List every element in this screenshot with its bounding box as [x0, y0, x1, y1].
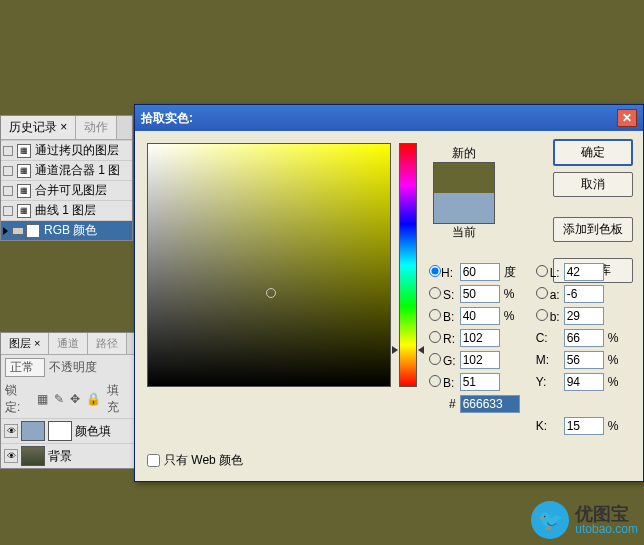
rgb-icon: ▤	[26, 224, 40, 238]
opacity-label: 不透明度	[49, 359, 97, 376]
merge-icon: ▦	[17, 184, 31, 198]
lock-label: 锁定:	[5, 382, 31, 416]
layer-row[interactable]: 👁 颜色填	[1, 418, 134, 443]
b-radio[interactable]: B:	[429, 309, 456, 324]
y-label: Y:	[536, 375, 560, 389]
history-row[interactable]: ▦合并可见图层	[1, 180, 132, 200]
curves-icon: ▦	[17, 204, 31, 218]
l-input[interactable]	[564, 263, 604, 281]
web-only-label: 只有 Web 颜色	[164, 452, 243, 469]
fill-label: 填充	[107, 382, 130, 416]
web-only-checkbox[interactable]: 只有 Web 颜色	[147, 452, 243, 469]
watermark-name: 优图宝	[575, 505, 638, 523]
tab-layers[interactable]: 图层 ×	[1, 333, 49, 354]
k-input[interactable]	[564, 417, 604, 435]
tab-channels[interactable]: 通道	[49, 333, 88, 354]
h-unit: 度	[504, 264, 520, 281]
history-row[interactable]: ▦曲线 1 图层	[1, 200, 132, 220]
s-unit: %	[504, 287, 520, 301]
add-swatch-button[interactable]: 添加到色板	[553, 217, 633, 242]
g-input[interactable]	[460, 351, 500, 369]
ok-button[interactable]: 确定	[553, 139, 633, 166]
web-only-input[interactable]	[147, 454, 160, 467]
history-label: RGB 颜色	[44, 222, 97, 239]
m-unit: %	[608, 353, 619, 367]
l-radio[interactable]: L:	[536, 265, 560, 280]
visibility-icon[interactable]: 👁	[4, 449, 18, 463]
hue-indicator-right	[418, 346, 424, 354]
b2-input[interactable]	[564, 307, 604, 325]
k-label: K:	[536, 419, 560, 433]
hex-label: #	[429, 397, 456, 411]
dialog-title: 拾取实色:	[141, 110, 617, 127]
g-radio[interactable]: G:	[429, 353, 456, 368]
color-picker-dialog: 拾取实色: ✕ 新的 当前 确定 取消 添加到色板 颜色库 H:度	[134, 104, 644, 482]
lock-brush-icon[interactable]: ✎	[54, 392, 64, 406]
a-radio[interactable]: a:	[536, 287, 560, 302]
history-panel: 历史记录 × 动作 ▦通过拷贝的图层 ▦通道混合器 1 图 ▦合并可见图层 ▦曲…	[0, 115, 133, 241]
layer-name: 背景	[48, 448, 72, 465]
m-input[interactable]	[564, 351, 604, 369]
history-label: 通过拷贝的图层	[35, 142, 119, 159]
c-input[interactable]	[564, 329, 604, 347]
layer-name: 颜色填	[75, 423, 111, 440]
r-radio[interactable]: R:	[429, 331, 456, 346]
tab-history[interactable]: 历史记录 ×	[1, 116, 76, 139]
current-label: 当前	[433, 224, 495, 241]
dialog-body: 新的 当前 确定 取消 添加到色板 颜色库 H:度 L: S:% a: B:% …	[135, 131, 643, 481]
b-input[interactable]	[460, 307, 500, 325]
r-input[interactable]	[460, 329, 500, 347]
lock-transparent-icon[interactable]: ▦	[37, 392, 48, 406]
history-label: 曲线 1 图层	[35, 202, 96, 219]
tab-paths[interactable]: 路径	[88, 333, 127, 354]
h-input[interactable]	[460, 263, 500, 281]
b2-radio[interactable]: b:	[536, 309, 560, 324]
b3-radio[interactable]: B:	[429, 375, 456, 390]
y-input[interactable]	[564, 373, 604, 391]
lock-move-icon[interactable]: ✥	[70, 392, 80, 406]
s-radio[interactable]: S:	[429, 287, 456, 302]
visibility-icon[interactable]: 👁	[4, 424, 18, 438]
layer-row[interactable]: 👁 背景	[1, 443, 134, 468]
c-unit: %	[608, 331, 619, 345]
hue-slider[interactable]	[399, 143, 417, 387]
color-fields: H:度 L: S:% a: B:% b: R: C:% G: M:% B: Y:…	[429, 263, 618, 435]
watermark: 🐦 优图宝 utobao.com	[531, 501, 638, 539]
b-unit: %	[504, 309, 520, 323]
history-tabs: 历史记录 × 动作	[1, 116, 132, 140]
layer-thumb	[21, 446, 45, 466]
saturation-box[interactable]	[147, 143, 391, 387]
color-cursor	[266, 288, 276, 298]
history-row-selected[interactable]: ▤RGB 颜色	[1, 220, 132, 240]
blend-mode-select[interactable]: 正常	[5, 358, 45, 377]
h-radio[interactable]: H:	[429, 265, 456, 280]
tab-actions[interactable]: 动作	[76, 116, 117, 139]
m-label: M:	[536, 353, 560, 367]
layer-copy-icon: ▦	[17, 144, 31, 158]
history-label: 通道混合器 1 图	[35, 162, 120, 179]
mask-thumb	[48, 421, 72, 441]
close-button[interactable]: ✕	[617, 109, 637, 127]
layers-panel: 图层 × 通道 路径 正常 不透明度 锁定: ▦ ✎ ✥ 🔒 填充 👁 颜色填 …	[0, 332, 135, 469]
layer-thumb	[21, 421, 45, 441]
new-label: 新的	[433, 145, 495, 162]
layers-tabs: 图层 × 通道 路径	[1, 333, 134, 355]
y-unit: %	[608, 375, 619, 389]
dialog-titlebar[interactable]: 拾取实色: ✕	[135, 105, 643, 131]
a-input[interactable]	[564, 285, 604, 303]
lock-row: 锁定: ▦ ✎ ✥ 🔒 填充	[1, 380, 134, 418]
b3-input[interactable]	[460, 373, 500, 391]
history-row[interactable]: ▦通过拷贝的图层	[1, 140, 132, 160]
watermark-url: utobao.com	[575, 523, 638, 535]
hue-indicator-left	[392, 346, 398, 354]
history-row[interactable]: ▦通道混合器 1 图	[1, 160, 132, 180]
color-preview: 新的 当前	[433, 145, 495, 241]
cancel-button[interactable]: 取消	[553, 172, 633, 197]
current-color-swatch[interactable]	[434, 193, 494, 223]
s-input[interactable]	[460, 285, 500, 303]
channel-mixer-icon: ▦	[17, 164, 31, 178]
history-label: 合并可见图层	[35, 182, 107, 199]
k-unit: %	[608, 419, 619, 433]
hex-input[interactable]	[460, 395, 520, 413]
lock-all-icon[interactable]: 🔒	[86, 392, 101, 406]
